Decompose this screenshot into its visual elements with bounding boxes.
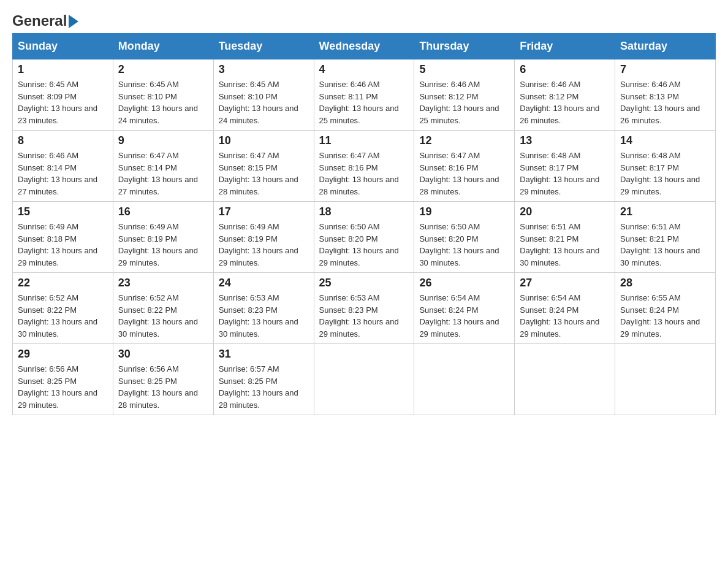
- calendar-cell: 21 Sunrise: 6:51 AMSunset: 8:21 PMDaylig…: [615, 202, 716, 273]
- day-info: Sunrise: 6:49 AMSunset: 8:19 PMDaylight:…: [219, 221, 309, 269]
- day-number: 14: [620, 134, 710, 147]
- day-number: 22: [18, 277, 108, 289]
- calendar-table: SundayMondayTuesdayWednesdayThursdayFrid…: [12, 33, 716, 415]
- day-info: Sunrise: 6:53 AMSunset: 8:23 PMDaylight:…: [219, 292, 309, 340]
- day-info: Sunrise: 6:45 AMSunset: 8:10 PMDaylight:…: [118, 79, 208, 126]
- calendar-cell: 2 Sunrise: 6:45 AMSunset: 8:10 PMDayligh…: [113, 59, 213, 131]
- day-info: Sunrise: 6:51 AMSunset: 8:21 PMDaylight:…: [520, 221, 610, 269]
- column-header-wednesday: Wednesday: [314, 34, 414, 59]
- day-number: 29: [18, 348, 108, 361]
- day-number: 19: [419, 205, 509, 218]
- calendar-cell: 1 Sunrise: 6:45 AMSunset: 8:09 PMDayligh…: [13, 59, 113, 131]
- day-info: Sunrise: 6:48 AMSunset: 8:17 PMDaylight:…: [620, 150, 710, 197]
- day-info: Sunrise: 6:56 AMSunset: 8:25 PMDaylight:…: [118, 363, 208, 411]
- day-info: Sunrise: 6:49 AMSunset: 8:19 PMDaylight:…: [118, 221, 208, 269]
- calendar-cell: 11 Sunrise: 6:47 AMSunset: 8:16 PMDaylig…: [314, 131, 414, 202]
- page-header: General: [12, 12, 716, 27]
- day-info: Sunrise: 6:46 AMSunset: 8:11 PMDaylight:…: [319, 79, 409, 126]
- logo-general-text: General: [12, 12, 67, 29]
- day-number: 12: [419, 134, 509, 147]
- day-info: Sunrise: 6:57 AMSunset: 8:25 PMDaylight:…: [219, 363, 309, 411]
- calendar-cell: [414, 344, 515, 415]
- day-info: Sunrise: 6:54 AMSunset: 8:24 PMDaylight:…: [419, 292, 509, 340]
- day-info: Sunrise: 6:46 AMSunset: 8:14 PMDaylight:…: [18, 150, 108, 197]
- calendar-cell: 12 Sunrise: 6:47 AMSunset: 8:16 PMDaylig…: [414, 131, 515, 202]
- calendar-cell: 30 Sunrise: 6:56 AMSunset: 8:25 PMDaylig…: [113, 344, 213, 415]
- day-info: Sunrise: 6:46 AMSunset: 8:12 PMDaylight:…: [419, 79, 509, 126]
- day-info: Sunrise: 6:47 AMSunset: 8:15 PMDaylight:…: [219, 150, 309, 197]
- day-number: 7: [620, 63, 710, 76]
- day-number: 3: [219, 63, 309, 76]
- calendar-cell: 8 Sunrise: 6:46 AMSunset: 8:14 PMDayligh…: [13, 131, 113, 202]
- day-info: Sunrise: 6:46 AMSunset: 8:13 PMDaylight:…: [620, 79, 710, 126]
- calendar-cell: 18 Sunrise: 6:50 AMSunset: 8:20 PMDaylig…: [314, 202, 414, 273]
- day-number: 9: [118, 134, 208, 147]
- day-number: 10: [219, 134, 309, 147]
- calendar-cell: 6 Sunrise: 6:46 AMSunset: 8:12 PMDayligh…: [515, 59, 615, 131]
- day-number: 25: [319, 277, 409, 289]
- day-info: Sunrise: 6:55 AMSunset: 8:24 PMDaylight:…: [620, 292, 710, 340]
- day-info: Sunrise: 6:56 AMSunset: 8:25 PMDaylight:…: [18, 363, 108, 411]
- calendar-cell: 10 Sunrise: 6:47 AMSunset: 8:15 PMDaylig…: [213, 131, 314, 202]
- calendar-cell: 29 Sunrise: 6:56 AMSunset: 8:25 PMDaylig…: [13, 344, 113, 415]
- calendar-cell: 13 Sunrise: 6:48 AMSunset: 8:17 PMDaylig…: [515, 131, 615, 202]
- day-info: Sunrise: 6:49 AMSunset: 8:18 PMDaylight:…: [18, 221, 108, 269]
- day-number: 16: [118, 205, 208, 218]
- day-number: 30: [118, 348, 208, 361]
- column-header-monday: Monday: [113, 34, 213, 59]
- day-info: Sunrise: 6:53 AMSunset: 8:23 PMDaylight:…: [319, 292, 409, 340]
- column-header-thursday: Thursday: [414, 34, 515, 59]
- calendar-cell: [314, 344, 414, 415]
- day-number: 27: [520, 277, 610, 289]
- day-info: Sunrise: 6:46 AMSunset: 8:12 PMDaylight:…: [520, 79, 610, 126]
- day-number: 4: [319, 63, 409, 76]
- calendar-cell: 19 Sunrise: 6:50 AMSunset: 8:20 PMDaylig…: [414, 202, 515, 273]
- calendar-cell: 5 Sunrise: 6:46 AMSunset: 8:12 PMDayligh…: [414, 59, 515, 131]
- calendar-cell: 26 Sunrise: 6:54 AMSunset: 8:24 PMDaylig…: [414, 273, 515, 344]
- day-number: 18: [319, 205, 409, 218]
- day-info: Sunrise: 6:48 AMSunset: 8:17 PMDaylight:…: [520, 150, 610, 197]
- calendar-cell: 15 Sunrise: 6:49 AMSunset: 8:18 PMDaylig…: [13, 202, 113, 273]
- column-header-sunday: Sunday: [13, 34, 113, 59]
- calendar-cell: 22 Sunrise: 6:52 AMSunset: 8:22 PMDaylig…: [13, 273, 113, 344]
- day-number: 2: [118, 63, 208, 76]
- day-info: Sunrise: 6:54 AMSunset: 8:24 PMDaylight:…: [520, 292, 610, 340]
- calendar-cell: 7 Sunrise: 6:46 AMSunset: 8:13 PMDayligh…: [615, 59, 716, 131]
- day-number: 8: [18, 134, 108, 147]
- calendar-cell: 20 Sunrise: 6:51 AMSunset: 8:21 PMDaylig…: [515, 202, 615, 273]
- calendar-header-row: SundayMondayTuesdayWednesdayThursdayFrid…: [13, 34, 716, 59]
- calendar-cell: 17 Sunrise: 6:49 AMSunset: 8:19 PMDaylig…: [213, 202, 314, 273]
- calendar-cell: 3 Sunrise: 6:45 AMSunset: 8:10 PMDayligh…: [213, 59, 314, 131]
- day-number: 5: [419, 63, 509, 76]
- calendar-cell: 9 Sunrise: 6:47 AMSunset: 8:14 PMDayligh…: [113, 131, 213, 202]
- day-number: 21: [620, 205, 710, 218]
- day-info: Sunrise: 6:45 AMSunset: 8:09 PMDaylight:…: [18, 79, 108, 126]
- day-number: 17: [219, 205, 309, 218]
- day-number: 26: [419, 277, 509, 289]
- logo: General: [12, 12, 78, 27]
- day-info: Sunrise: 6:47 AMSunset: 8:14 PMDaylight:…: [118, 150, 208, 197]
- day-number: 28: [620, 277, 710, 289]
- day-info: Sunrise: 6:50 AMSunset: 8:20 PMDaylight:…: [419, 221, 509, 269]
- day-info: Sunrise: 6:47 AMSunset: 8:16 PMDaylight:…: [419, 150, 509, 197]
- day-number: 1: [18, 63, 108, 76]
- column-header-friday: Friday: [515, 34, 615, 59]
- day-number: 11: [319, 134, 409, 147]
- calendar-cell: 25 Sunrise: 6:53 AMSunset: 8:23 PMDaylig…: [314, 273, 414, 344]
- calendar-week-row: 1 Sunrise: 6:45 AMSunset: 8:09 PMDayligh…: [13, 59, 716, 131]
- calendar-cell: 27 Sunrise: 6:54 AMSunset: 8:24 PMDaylig…: [515, 273, 615, 344]
- day-info: Sunrise: 6:50 AMSunset: 8:20 PMDaylight:…: [319, 221, 409, 269]
- day-number: 31: [219, 348, 309, 361]
- calendar-cell: [615, 344, 716, 415]
- day-number: 20: [520, 205, 610, 218]
- calendar-cell: 24 Sunrise: 6:53 AMSunset: 8:23 PMDaylig…: [213, 273, 314, 344]
- day-number: 6: [520, 63, 610, 76]
- day-number: 15: [18, 205, 108, 218]
- day-info: Sunrise: 6:52 AMSunset: 8:22 PMDaylight:…: [18, 292, 108, 340]
- calendar-cell: 31 Sunrise: 6:57 AMSunset: 8:25 PMDaylig…: [213, 344, 314, 415]
- calendar-week-row: 29 Sunrise: 6:56 AMSunset: 8:25 PMDaylig…: [13, 344, 716, 415]
- calendar-cell: 16 Sunrise: 6:49 AMSunset: 8:19 PMDaylig…: [113, 202, 213, 273]
- column-header-saturday: Saturday: [615, 34, 716, 59]
- calendar-week-row: 22 Sunrise: 6:52 AMSunset: 8:22 PMDaylig…: [13, 273, 716, 344]
- calendar-cell: 23 Sunrise: 6:52 AMSunset: 8:22 PMDaylig…: [113, 273, 213, 344]
